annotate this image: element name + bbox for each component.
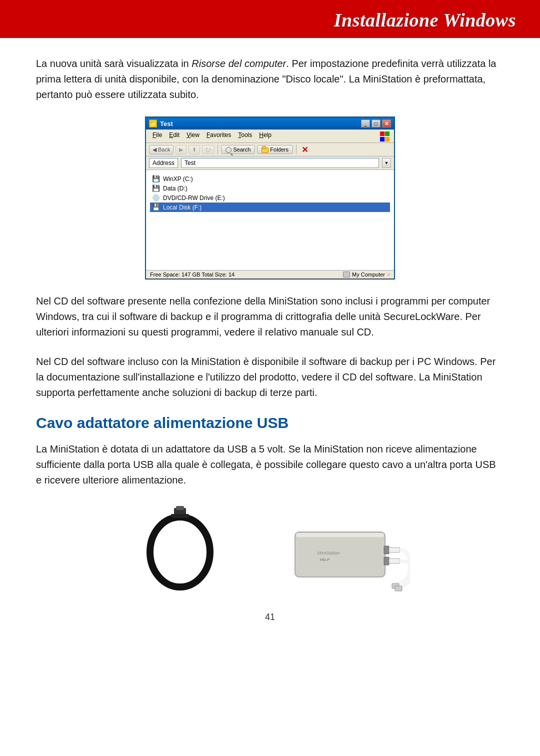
menu-help[interactable]: Help: [256, 130, 274, 142]
xp-window: 📁 Test _ □ ✕ File Edit View Favorites To…: [145, 116, 395, 280]
ministation-image: MiniStation HD-P: [270, 502, 410, 602]
minimize-button[interactable]: _: [361, 120, 370, 128]
drive-item-d[interactable]: 💾 Data (D:): [152, 184, 388, 193]
up-arrow-icon: ⬆: [192, 146, 196, 153]
xp-titlebar: 📁 Test _ □ ✕: [146, 118, 394, 130]
drive-item-e[interactable]: 💿 DVD/CD-RW Drive (E:): [152, 193, 388, 202]
page-title: Installazione Windows: [24, 9, 516, 31]
folder-icon: [262, 148, 268, 153]
drive-label-d: Data (D:): [163, 185, 188, 192]
svg-rect-9: [384, 557, 389, 565]
svg-rect-8: [384, 546, 389, 554]
window-icon: 📁: [149, 120, 157, 128]
toolbar-separator-2: [296, 144, 296, 154]
statusbar-right: My Computer ⧄: [343, 272, 390, 278]
resize-handle: ⧄: [387, 272, 390, 278]
menu-file[interactable]: File: [150, 130, 164, 142]
menu-favorites[interactable]: Favorites: [204, 130, 234, 142]
xp-addressbar: Address Test ▼: [146, 156, 394, 170]
windows-logo: [380, 130, 390, 142]
intro-paragraph: La nuova unità sarà visualizzata in Riso…: [36, 56, 504, 102]
search-button[interactable]: Search: [221, 145, 255, 154]
delete-button[interactable]: ✕: [300, 145, 310, 154]
svg-rect-5: [296, 533, 384, 537]
svg-rect-3: [171, 514, 189, 518]
svg-text:HD-P: HD-P: [320, 558, 330, 562]
svg-text:MiniStation: MiniStation: [318, 550, 340, 556]
svg-rect-11: [389, 558, 400, 564]
search-icon: [226, 147, 232, 153]
svg-rect-10: [389, 548, 400, 552]
menu-edit[interactable]: Edit: [166, 130, 182, 142]
main-content: La nuova unità sarà visualizzata in Riso…: [0, 38, 540, 642]
statusbar-info: Free Space: 147 GB Total Size: 14: [150, 272, 234, 278]
toolbar-separator-1: [218, 144, 218, 154]
drive-label-e: DVD/CD-RW Drive (E:): [163, 194, 225, 202]
xp-statusbar: Free Space: 147 GB Total Size: 14 My Com…: [146, 270, 394, 278]
folders-button[interactable]: Folders: [257, 145, 293, 154]
folders-label: Folders: [270, 146, 288, 152]
drive-label-f: Local Disk (F:): [163, 204, 202, 211]
xp-window-controls: _ □ ✕: [361, 120, 391, 128]
back-button[interactable]: ◀ Back: [149, 145, 174, 154]
refresh-icon: ⭮: [206, 146, 211, 152]
forward-arrow-icon: ▶: [179, 146, 183, 153]
xp-file-list: 💾 WinXP (C:) 💾 Data (D:) 💿 DVD/CD-RW Dri…: [146, 170, 394, 270]
address-label: Address: [149, 158, 178, 168]
search-label: Search: [233, 146, 250, 152]
hdd-icon-d: 💾: [152, 184, 160, 192]
drive-label-c: WinXP (C:): [163, 176, 193, 182]
header-bar: Installazione Windows: [0, 0, 540, 38]
drive-item-c[interactable]: 💾 WinXP (C:): [152, 174, 388, 184]
section-title: Cavo adattatore alimentazione USB: [36, 414, 504, 432]
hdd-icon-f: 💾: [152, 204, 160, 211]
address-value[interactable]: Test: [181, 158, 379, 168]
drive-item-f[interactable]: 💾 Local Disk (F:): [150, 202, 390, 212]
section-paragraph: La MiniStation è dotata di un adattatore…: [36, 442, 504, 488]
maximize-button[interactable]: □: [372, 120, 380, 128]
back-label: Back: [158, 146, 170, 152]
xp-toolbar: ◀ Back ▶ ⬆ ⭮ Search Folders ✕: [146, 143, 394, 156]
paragraph-3: Nel CD del software incluso con la MiniS…: [36, 354, 504, 400]
xp-title-left: 📁 Test: [149, 120, 173, 128]
up-button[interactable]: ⬆: [188, 145, 200, 154]
dvd-icon-e: 💿: [152, 194, 160, 202]
back-arrow-icon: ◀: [152, 146, 156, 153]
xp-menubar: File Edit View Favorites Tools Help: [146, 130, 394, 143]
svg-rect-2: [176, 506, 184, 510]
svg-rect-4: [295, 532, 385, 577]
hdd-icon-c: 💾: [152, 175, 160, 182]
refresh-button[interactable]: ⭮: [202, 145, 214, 154]
images-row: MiniStation HD-P: [36, 502, 504, 602]
window-title: Test: [160, 120, 173, 128]
menu-view[interactable]: View: [184, 130, 202, 142]
forward-button[interactable]: ▶: [176, 145, 186, 154]
address-dropdown[interactable]: ▼: [382, 158, 391, 168]
svg-rect-13: [395, 586, 402, 591]
statusbar-my-computer: My Computer: [352, 272, 385, 278]
menu-tools[interactable]: Tools: [236, 130, 254, 142]
close-button[interactable]: ✕: [382, 120, 391, 128]
svg-point-0: [150, 517, 210, 587]
usb-cable-image: [130, 502, 230, 602]
my-computer-icon: [343, 272, 350, 278]
page-number: 41: [36, 612, 504, 622]
paragraph-2: Nel CD del software presente nella confe…: [36, 294, 504, 340]
